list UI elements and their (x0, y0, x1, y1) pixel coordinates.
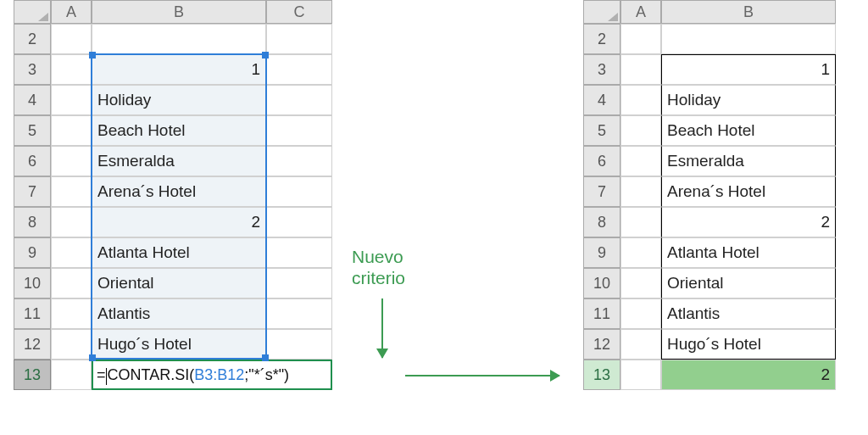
cell-C2[interactable] (266, 24, 332, 54)
cell-A11-right[interactable] (620, 298, 661, 329)
formula-eq: = (97, 366, 106, 384)
cell-B7-right[interactable]: Arena´s Hotel (661, 176, 836, 207)
cell-A6-right[interactable] (620, 146, 661, 176)
cell-A10[interactable] (51, 268, 92, 298)
cell-B12[interactable]: Hugo´s Hotel (92, 329, 266, 360)
cell-C12[interactable] (266, 329, 332, 360)
cell-B2[interactable] (92, 24, 266, 54)
cell-B10-right[interactable]: Oriental (661, 268, 836, 298)
cell-B13-right[interactable]: 2 (661, 360, 836, 390)
cell-A7-right[interactable] (620, 176, 661, 207)
cell-B9-right[interactable]: Atlanta Hotel (661, 237, 836, 268)
cell-B6-right[interactable]: Esmeralda (661, 146, 836, 176)
cell-A5[interactable] (51, 115, 92, 146)
cell-C4[interactable] (266, 85, 332, 115)
row-header-9[interactable]: 9 (14, 237, 51, 268)
row-header-3[interactable]: 3 (14, 54, 51, 85)
select-all-corner-right[interactable] (583, 0, 620, 24)
cell-B4[interactable]: Holiday (92, 85, 266, 115)
row-header-10-right[interactable]: 10 (583, 268, 620, 298)
cell-B8-right[interactable]: 2 (661, 207, 836, 237)
cell-A10-right[interactable] (620, 268, 661, 298)
cell-C10[interactable] (266, 268, 332, 298)
cell-A9[interactable] (51, 237, 92, 268)
cell-B5-right[interactable]: Beach Hotel (661, 115, 836, 146)
row-header-7[interactable]: 7 (14, 176, 51, 207)
cell-C11[interactable] (266, 298, 332, 329)
cell-B12-right[interactable]: Hugo´s Hotel (661, 329, 836, 360)
col-header-A-right[interactable]: A (620, 0, 661, 24)
cell-B11[interactable]: Atlantis (92, 298, 266, 329)
row-header-7-right[interactable]: 7 (583, 176, 620, 207)
cell-B10[interactable]: Oriental (92, 268, 266, 298)
formula-literal: "*´s*" (248, 366, 284, 384)
row-header-12-right[interactable]: 12 (583, 329, 620, 360)
cell-A13[interactable] (51, 360, 92, 390)
col-header-B[interactable]: B (92, 0, 266, 24)
row-header-2[interactable]: 2 (14, 24, 51, 54)
cell-A5-right[interactable] (620, 115, 661, 146)
cell-A8[interactable] (51, 207, 92, 237)
cell-B3-right[interactable]: 1 (661, 54, 836, 85)
spreadsheet-left: A B C 2 3 1 4 Holiday 5 Beach Hotel 6 Es… (14, 0, 332, 390)
cell-C5[interactable] (266, 115, 332, 146)
row-header-11-right[interactable]: 11 (583, 298, 620, 329)
cell-B8[interactable]: 2 (92, 207, 266, 237)
row-header-9-right[interactable]: 9 (583, 237, 620, 268)
cell-B13-formula-editor[interactable]: =CONTAR.SI(B3:B12;"*´s*") (92, 360, 332, 390)
annotation-line2: criterio (352, 267, 405, 288)
cell-C9[interactable] (266, 237, 332, 268)
row-header-12[interactable]: 12 (14, 329, 51, 360)
cell-A8-right[interactable] (620, 207, 661, 237)
cell-A2[interactable] (51, 24, 92, 54)
cell-B4-right[interactable]: Holiday (661, 85, 836, 115)
row-header-11[interactable]: 11 (14, 298, 51, 329)
cell-A4-right[interactable] (620, 85, 661, 115)
cell-B9[interactable]: Atlanta Hotel (92, 237, 266, 268)
row-header-4-right[interactable]: 4 (583, 85, 620, 115)
select-all-corner[interactable] (14, 0, 51, 24)
cell-A4[interactable] (51, 85, 92, 115)
cell-A7[interactable] (51, 176, 92, 207)
cell-B7[interactable]: Arena´s Hotel (92, 176, 266, 207)
formula-ref: B3:B12 (194, 366, 244, 384)
cell-A9-right[interactable] (620, 237, 661, 268)
row-header-6-right[interactable]: 6 (583, 146, 620, 176)
annotation-text: Nuevo criterio (352, 246, 405, 288)
cell-A12[interactable] (51, 329, 92, 360)
row-header-13-right[interactable]: 13 (583, 360, 620, 390)
col-header-B-right[interactable]: B (661, 0, 836, 24)
cell-A3-right[interactable] (620, 54, 661, 85)
cell-A2-right[interactable] (620, 24, 661, 54)
row-header-8[interactable]: 8 (14, 207, 51, 237)
cell-C3[interactable] (266, 54, 332, 85)
cell-B2-right[interactable] (661, 24, 836, 54)
cell-A3[interactable] (51, 54, 92, 85)
arrow-down-icon (381, 298, 383, 358)
cell-B3[interactable]: 1 (92, 54, 266, 85)
cell-C6[interactable] (266, 146, 332, 176)
cell-B6[interactable]: Esmeralda (92, 146, 266, 176)
row-header-5[interactable]: 5 (14, 115, 51, 146)
row-header-8-right[interactable]: 8 (583, 207, 620, 237)
spreadsheet-right: A B 2 3 1 4 Holiday 5 Beach Hotel 6 Esme… (583, 0, 836, 390)
col-header-A[interactable]: A (51, 0, 92, 24)
row-header-4[interactable]: 4 (14, 85, 51, 115)
cell-C8[interactable] (266, 207, 332, 237)
cell-B5[interactable]: Beach Hotel (92, 115, 266, 146)
cell-B11-right[interactable]: Atlantis (661, 298, 836, 329)
row-header-6[interactable]: 6 (14, 146, 51, 176)
cell-A11[interactable] (51, 298, 92, 329)
row-header-13[interactable]: 13 (14, 360, 51, 390)
cell-A13-right[interactable] (620, 360, 661, 390)
text-caret (106, 368, 107, 385)
cell-A6[interactable] (51, 146, 92, 176)
row-header-10[interactable]: 10 (14, 268, 51, 298)
arrow-right-icon (405, 375, 559, 376)
cell-C7[interactable] (266, 176, 332, 207)
cell-A12-right[interactable] (620, 329, 661, 360)
row-header-2-right[interactable]: 2 (583, 24, 620, 54)
row-header-3-right[interactable]: 3 (583, 54, 620, 85)
col-header-C[interactable]: C (266, 0, 332, 24)
row-header-5-right[interactable]: 5 (583, 115, 620, 146)
